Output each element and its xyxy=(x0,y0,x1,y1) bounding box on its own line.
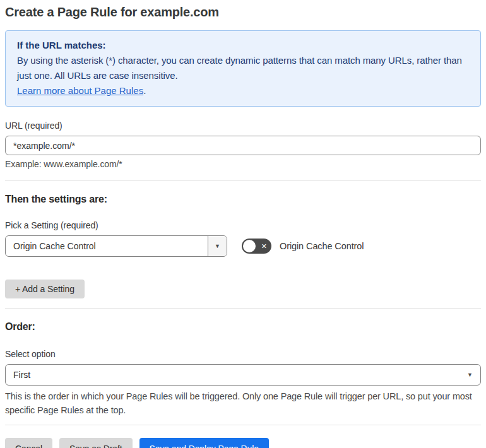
url-field-label: URL (required) xyxy=(5,121,481,131)
pick-setting-label: Pick a Setting (required) xyxy=(5,220,481,230)
url-example-hint: Example: www.example.com/* xyxy=(5,159,481,169)
settings-section-heading: Then the settings are: xyxy=(5,194,481,205)
order-hint: This is the order in which your Page Rul… xyxy=(5,389,481,417)
toggle-off-x-icon: ✕ xyxy=(261,239,267,254)
setting-row: Origin Cache Control ▼ ✕ Origin Cache Co… xyxy=(5,235,481,257)
divider xyxy=(5,180,481,181)
select-option-label: Select option xyxy=(5,349,481,359)
divider xyxy=(5,425,481,425)
info-box-heading: If the URL matches: xyxy=(17,38,469,53)
add-setting-button[interactable]: + Add a Setting xyxy=(5,280,85,298)
setting-select-value: Origin Cache Control xyxy=(6,236,208,256)
url-match-info-box: If the URL matches: By using the asteris… xyxy=(5,30,481,107)
chevron-down-icon: ▼ xyxy=(467,372,480,378)
url-input[interactable] xyxy=(5,136,481,155)
info-box-body: By using the asterisk (*) character, you… xyxy=(17,53,469,83)
chevron-down-icon[interactable]: ▼ xyxy=(208,236,227,256)
cancel-button[interactable]: Cancel xyxy=(5,438,52,448)
toggle-knob xyxy=(243,240,256,252)
order-section-heading: Order: xyxy=(5,321,481,333)
link-period: . xyxy=(143,85,146,96)
origin-cache-control-toggle[interactable]: ✕ xyxy=(242,239,271,254)
learn-more-link[interactable]: Learn more about Page Rules xyxy=(17,85,143,96)
page-title: Create a Page Rule for example.com xyxy=(5,4,481,20)
save-as-draft-button[interactable]: Save as Draft xyxy=(59,438,133,448)
divider xyxy=(5,308,481,309)
create-page-rule-panel: Create a Page Rule for example.com If th… xyxy=(0,0,486,448)
save-and-deploy-button[interactable]: Save and Deploy Page Rule xyxy=(139,438,269,448)
order-select[interactable]: First ▼ xyxy=(5,364,481,386)
footer-actions: Cancel Save as Draft Save and Deploy Pag… xyxy=(5,438,481,448)
info-box-link-line: Learn more about Page Rules. xyxy=(17,83,469,98)
setting-select[interactable]: Origin Cache Control ▼ xyxy=(5,235,227,257)
order-select-value: First xyxy=(6,370,467,380)
toggle-label: Origin Cache Control xyxy=(280,241,364,251)
